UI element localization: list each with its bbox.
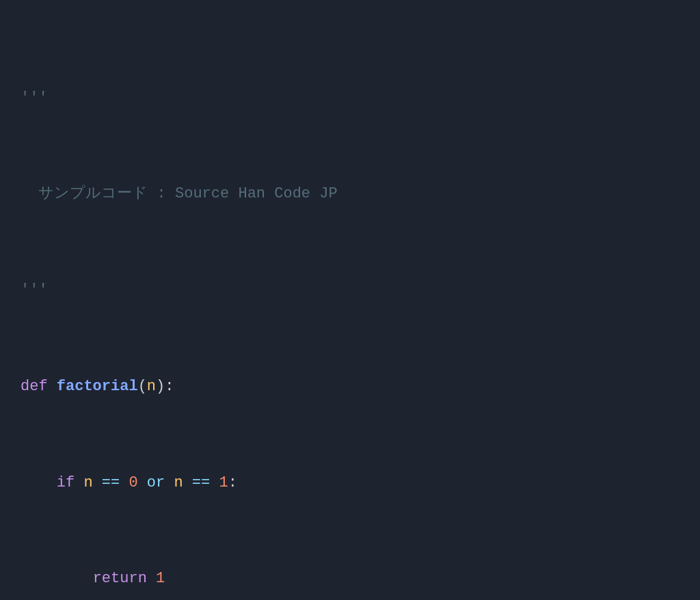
op-eq1: == (102, 474, 120, 491)
paren-open: ( (138, 378, 147, 395)
keyword-return1: return (93, 570, 147, 587)
num-1-ret: 1 (156, 570, 165, 587)
space (93, 474, 102, 491)
line-4: def factorial(n): (21, 374, 679, 398)
docstring-content: サンプルコード : Source Han Code JP (21, 185, 338, 202)
keyword-if: if (57, 474, 75, 491)
param-n: n (147, 378, 156, 395)
space (138, 474, 147, 491)
func-name-factorial: factorial (57, 378, 138, 395)
keyword-def: def (21, 378, 48, 395)
colon: : (228, 474, 237, 491)
num-1: 1 (219, 474, 228, 491)
var-n1: n (83, 474, 92, 491)
var-n2: n (174, 474, 183, 491)
line-3: ''' (21, 278, 679, 302)
docstring-open: ''' (21, 90, 48, 107)
line-5: if n == 0 or n == 1: (21, 471, 679, 495)
indent-2 (21, 570, 93, 587)
code-editor: ''' サンプルコード : Source Han Code JP ''' def… (21, 14, 679, 600)
indent-1 (21, 474, 57, 491)
line-1: ''' (21, 86, 679, 110)
op-or: or (147, 474, 165, 491)
space (48, 378, 57, 395)
space (120, 474, 129, 491)
op-eq2: == (192, 474, 210, 491)
paren-close-colon: ): (156, 378, 174, 395)
space (147, 570, 156, 587)
docstring-close: ''' (21, 282, 48, 299)
line-2: サンプルコード : Source Han Code JP (21, 182, 679, 206)
space (183, 474, 192, 491)
space (210, 474, 219, 491)
space (165, 474, 174, 491)
line-6: return 1 (21, 567, 679, 590)
num-0: 0 (129, 474, 137, 491)
space (75, 474, 83, 491)
